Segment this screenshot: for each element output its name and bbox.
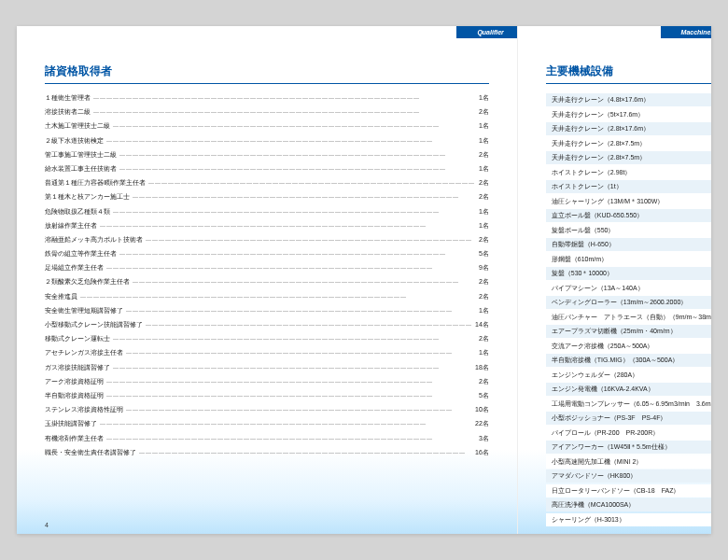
qualifier-row: 小型移動式クレーン技能講習修了14名 — [45, 320, 489, 329]
qualifier-name: ガス溶接技能講習修了 — [45, 363, 110, 372]
equipment-row: 小型高速開先加工機（MINI 2）1台 — [546, 455, 711, 469]
qualifier-count: 1名 — [479, 136, 489, 146]
qualifier-count: 1名 — [479, 164, 489, 174]
leader-dots — [110, 208, 479, 215]
qualifier-count: 2名 — [479, 150, 489, 160]
qualifier-row: 安全衛生管理短期講習修了1名 — [45, 306, 489, 315]
qualifier-row: ２類酸素欠乏危険作業主任者2名 — [45, 277, 489, 287]
equipment-name: 天井走行クレーン（2.8t×7.5m） — [552, 153, 646, 162]
leader-dots — [143, 321, 475, 328]
equipment-row: 小型ポジッショナー（PS-3F PS-4F）3台 — [546, 412, 711, 425]
qualifier-count: 2名 — [479, 277, 489, 287]
qualifier-count: 3名 — [479, 434, 489, 443]
qualifier-count: 2名 — [479, 334, 489, 343]
qualifier-name: アセチレンガス溶接主任者 — [45, 348, 123, 357]
qualifier-count: 22名 — [475, 419, 489, 428]
qualifier-row: ガス溶接技能講習修了18名 — [45, 363, 489, 372]
equipment-row: 旋盤ボール盤（550）2台 — [546, 224, 711, 237]
qualifier-count: 18名 — [475, 363, 489, 372]
equipment-name: 天井走行クレーン（5t×17.6m） — [552, 110, 644, 119]
qualifier-count: 1名 — [479, 306, 489, 315]
equipment-name: パイプマシーン（13A～140A） — [552, 284, 644, 293]
qualifier-name: 玉掛技能講習修了 — [45, 419, 97, 428]
qualifier-row: アーク溶接資格証明2名 — [45, 377, 489, 386]
qualifier-count: 5名 — [479, 391, 489, 400]
qualifier-name: 給水装置工事主任技術者 — [45, 164, 117, 174]
leader-dots — [77, 293, 479, 300]
equipment-name: 天井走行クレーン（2.8t×7.5m） — [552, 139, 646, 148]
leader-dots — [104, 392, 479, 399]
equipment-row: 形鋼盤（610m/m）1台 — [546, 253, 711, 266]
equipment-row: ホイストクレーン（1t）1台 — [546, 180, 711, 193]
qualifier-name: 移動式クレーン運転士 — [45, 334, 110, 343]
qualifier-name: 半自動溶接資格証明 — [45, 391, 104, 400]
equipment-row: エンジン発電機（16KVA-2.4KVA）2台 — [546, 383, 711, 396]
equipment-name: 半自動溶接機（TIG.MIG）（300A～500A） — [552, 356, 679, 365]
leader-dots — [143, 236, 479, 243]
leader-dots — [123, 307, 479, 314]
leader-dots — [123, 406, 475, 413]
qualifier-name: ２類酸素欠乏危険作業主任者 — [45, 277, 130, 287]
leader-dots — [104, 378, 479, 385]
qualifier-row: ２級下水道技術検定1名 — [45, 136, 489, 146]
qualifier-row: 鉄骨の組立等作業主任者5名 — [45, 249, 489, 259]
qualifier-count: 1名 — [479, 207, 489, 217]
equipment-row: 交流アーク溶接機（250A～500A）7台 — [546, 340, 711, 353]
equipment-row: ベンディングローラー（13m/m～2600.2000）2台 — [546, 296, 711, 309]
qualifier-row: 玉掛技能講習修了22名 — [45, 419, 489, 428]
equipment-name: 工場用電動コンプレッサー（6.05～6.95m3/min 3.6m3/min） — [552, 399, 711, 409]
qualifier-name: 有機溶剤作業主任者 — [45, 434, 104, 443]
qualifier-list: １種衛生管理者1名溶接技術者二級2名土木施工管理技士二級1名２級下水道技術検定1… — [45, 93, 489, 457]
qualifier-count: 5名 — [479, 249, 489, 259]
qualifier-name: 職長・安全衛生責任者講習修了 — [45, 448, 136, 457]
equipment-name: エアープラズマ切断機（25m/m・40m/m） — [552, 327, 677, 336]
leader-dots — [123, 349, 479, 356]
qualifier-row: 放射線作業主任者1名 — [45, 221, 489, 231]
qualifier-row: 第１種木と枝アンカー施工士2名 — [45, 192, 489, 202]
qualifier-row: 給水装置工事主任技術者1名 — [45, 164, 489, 174]
qualifier-row: 土木施工管理技士二級1名 — [45, 121, 489, 131]
equipment-row: エンジンウェルダー（280A）4台 — [546, 369, 711, 382]
leader-dots — [130, 193, 479, 200]
equipment-row: アイアンワーカー（1W45Ⅱ＊5.5m仕様）1台 — [546, 441, 711, 454]
qualifier-count: 2名 — [479, 292, 489, 301]
equipment-name: シャーリング（H-3013） — [552, 515, 625, 525]
equipment-name: 日立ロータリーバンドソー（CB-18 FAZ） — [552, 486, 680, 496]
equipment-name: 旋盤ボール盤（550） — [552, 226, 615, 235]
equipment-name: 油圧シャーリング（13M/M＊3100W） — [552, 197, 665, 206]
equipment-name: 直立ボール盤（KUD-650.550） — [552, 211, 643, 220]
equipment-row: 天井走行クレーン（5t×17.6m）1台 — [546, 108, 711, 121]
equipment-name: ベンディングローラー（13m/m～2600.2000） — [552, 298, 687, 307]
qualifier-count: 1名 — [479, 348, 489, 357]
leader-dots — [117, 151, 479, 158]
equipment-row: 自動帯鋸盤（H-650）1台 — [546, 238, 711, 251]
equipment-name: 旋盤（530＊10000） — [552, 269, 613, 278]
equipment-row: 天井走行クレーン（4.8t×17.6m）1台 — [546, 93, 711, 106]
qualifier-name: 小型移動式クレーン技能講習修了 — [45, 320, 143, 329]
leader-dots — [130, 278, 479, 285]
equipment-name: 交流アーク溶接機（250A～500A） — [552, 342, 654, 351]
qualifier-count: 2名 — [479, 178, 489, 188]
leader-dots — [104, 435, 479, 441]
equipment-row: 天井走行クレーン（2.8t×7.5m）2台 — [546, 137, 711, 150]
qualifier-name: 安全推進員 — [45, 292, 77, 301]
equipment-name: 小型ポジッショナー（PS-3F PS-4F） — [552, 413, 667, 423]
qualifier-row: 有機溶剤作業主任者3名 — [45, 434, 489, 443]
leader-dots — [110, 122, 479, 129]
qualifier-row: アセチレンガス溶接主任者1名 — [45, 348, 489, 357]
left-page: Qualifier 諸資格取得者 １種衛生管理者1名溶接技術者二級2名土木施工管… — [17, 26, 518, 534]
qualifier-name: 溶接技術者二級 — [45, 107, 91, 117]
equipment-name: アイアンワーカー（1W45Ⅱ＊5.5m仕様） — [552, 442, 671, 452]
qualifier-name: 安全衛生管理短期講習修了 — [45, 306, 123, 315]
document-spread: Qualifier 諸資格取得者 １種衛生管理者1名溶接技術者二級2名土木施工管… — [17, 26, 711, 534]
qualifier-row: 半自動溶接資格証明5名 — [45, 391, 489, 400]
qualifier-count: 2名 — [479, 107, 489, 117]
qualifier-row: １種衛生管理者1名 — [45, 93, 489, 103]
leader-dots — [104, 137, 479, 144]
leader-dots — [117, 250, 479, 257]
equipment-name: ホイストクレーン（2.98t） — [552, 168, 632, 177]
equipment-name: 油圧パンチャー アトラエース（自動）（9m/m～38m/m） — [552, 313, 711, 322]
leader-dots — [91, 94, 479, 101]
qualifier-row: ステンレス溶接資格性証明10名 — [45, 405, 489, 414]
right-heading: 主要機械設備 — [546, 63, 711, 84]
